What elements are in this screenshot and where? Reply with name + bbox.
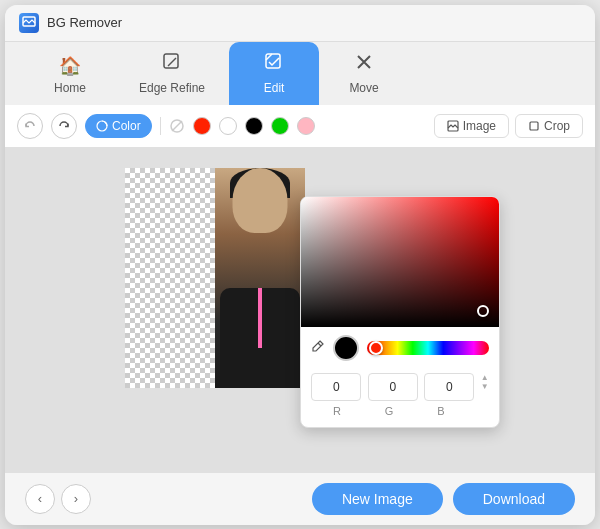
crop-tab-btn[interactable]: Crop <box>515 114 583 138</box>
b-field <box>424 373 474 401</box>
tab-edit[interactable]: Edit <box>229 42 319 105</box>
svg-rect-6 <box>530 122 538 130</box>
action-buttons: New Image Download <box>312 483 575 515</box>
app-window: BG Remover 🏠 Home Edge Refine <box>5 5 595 525</box>
color-gradient[interactable] <box>301 197 499 327</box>
app-icon <box>19 13 39 33</box>
r-field <box>311 373 361 401</box>
undo-btn[interactable] <box>17 113 43 139</box>
edge-refine-icon <box>162 52 182 77</box>
title-bar: BG Remover <box>5 5 595 42</box>
eyedropper-btn[interactable] <box>311 339 325 356</box>
main-area: 3 <box>5 148 595 472</box>
selected-color-swatch[interactable] <box>333 335 359 361</box>
svg-rect-2 <box>266 54 280 68</box>
color-red[interactable] <box>193 117 211 135</box>
color-pink[interactable] <box>297 117 315 135</box>
r-label: R <box>312 405 362 417</box>
redo-btn[interactable] <box>51 113 77 139</box>
download-button[interactable]: Download <box>453 483 575 515</box>
person-lanyard <box>258 288 262 348</box>
color-black[interactable] <box>245 117 263 135</box>
person-image <box>215 168 305 388</box>
color-green[interactable] <box>271 117 289 135</box>
color-picker-popup: 3 <box>300 196 500 428</box>
move-icon <box>354 52 374 77</box>
g-field <box>368 373 418 401</box>
spectrum-container <box>367 341 489 355</box>
spacer <box>468 405 488 417</box>
rgb-inputs: ▲ ▼ <box>301 369 499 405</box>
color-picker-controls <box>301 327 499 369</box>
spectrum-knob <box>369 341 383 355</box>
transparent-area <box>125 168 215 388</box>
tab-home[interactable]: 🏠 Home <box>25 45 115 105</box>
color-white[interactable] <box>219 117 237 135</box>
gradient-knob <box>477 305 489 317</box>
canvas-image <box>125 168 305 388</box>
new-image-button[interactable]: New Image <box>312 483 443 515</box>
nav-arrows: ‹ › <box>25 484 91 514</box>
image-tab-btn[interactable]: Image <box>434 114 509 138</box>
toolbar: Color Image <box>5 105 595 148</box>
canvas-area[interactable]: 3 <box>5 148 595 472</box>
b-input[interactable] <box>424 373 474 401</box>
g-input[interactable] <box>368 373 418 401</box>
prev-btn[interactable]: ‹ <box>25 484 55 514</box>
tab-bar: 🏠 Home Edge Refine Edit <box>5 42 595 105</box>
b-label: B <box>416 405 466 417</box>
g-label: G <box>364 405 414 417</box>
divider <box>160 117 161 135</box>
rgb-arrows[interactable]: ▲ ▼ <box>481 373 489 401</box>
tab-move[interactable]: Move <box>319 42 409 105</box>
next-btn[interactable]: › <box>61 484 91 514</box>
r-input[interactable] <box>311 373 361 401</box>
rgb-labels: R G B <box>301 405 499 417</box>
no-color-btn[interactable] <box>169 118 185 134</box>
edit-icon <box>264 52 284 77</box>
svg-rect-1 <box>164 54 178 68</box>
color-spectrum[interactable] <box>367 341 489 355</box>
person-head <box>233 168 288 233</box>
toolbar-right: Image Crop <box>434 114 583 138</box>
bottom-bar: ‹ › New Image Download <box>5 472 595 525</box>
home-icon: 🏠 <box>59 55 81 77</box>
app-title: BG Remover <box>47 15 122 30</box>
color-btn[interactable]: Color <box>85 114 152 138</box>
tab-edge-refine[interactable]: Edge Refine <box>115 42 229 105</box>
